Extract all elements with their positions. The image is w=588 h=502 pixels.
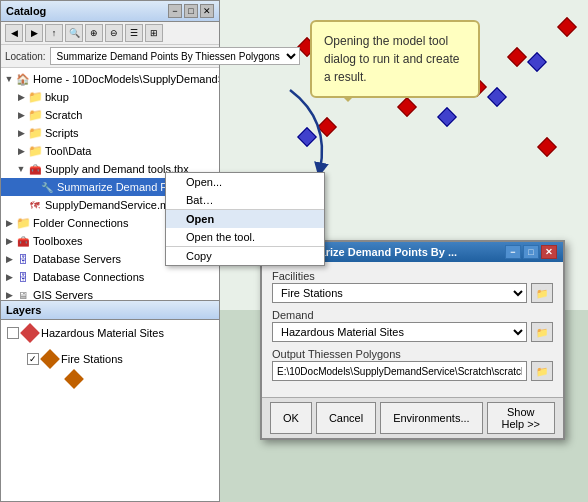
layers-titlebar: Layers — [1, 301, 219, 320]
catalog-titlebar: Catalog − □ ✕ — [1, 1, 219, 22]
cancel-button[interactable]: Cancel — [316, 402, 376, 434]
catalog-window-controls: − □ ✕ — [168, 4, 214, 18]
tree-item-tooldata[interactable]: ▶ 📁 Tool\Data — [1, 142, 219, 160]
tree-label-mxd: SupplyDemandService.mxd — [45, 199, 181, 211]
dialog-maximize-button[interactable]: □ — [523, 245, 539, 259]
map-marker-blue — [437, 107, 457, 127]
demand-dropdown[interactable]: Hazardous Material Sites — [272, 322, 527, 342]
expander-toolboxes[interactable]: ▶ — [3, 235, 15, 247]
layers-body: Hazardous Material Sites Fire Stations — [1, 320, 219, 501]
ctx-open-tool[interactable]: Open the tool. — [166, 228, 324, 246]
dialog-minimize-button[interactable]: − — [505, 245, 521, 259]
tree-label-scratch: Scratch — [45, 109, 82, 121]
expander-db-servers[interactable]: ▶ — [3, 253, 15, 265]
expander-tool — [27, 181, 39, 193]
location-label: Location: — [5, 51, 46, 62]
callout-text: Opening the model tool dialog to run it … — [324, 34, 459, 84]
map-marker-blue — [487, 87, 507, 107]
dialog-footer: OK Cancel Environments... Show Help >> — [262, 397, 563, 438]
tree-label-folder-conn: Folder Connections — [33, 217, 128, 229]
catalog-close-button[interactable]: ✕ — [200, 4, 214, 18]
dialog-close-button[interactable]: ✕ — [541, 245, 557, 259]
ctx-batch[interactable]: Bat… — [166, 191, 324, 209]
catalog-toolbar: ◀ ▶ ↑ 🔍 ⊕ ⊖ ☰ ⊞ — [1, 22, 219, 45]
output-input[interactable] — [272, 361, 527, 381]
layer-item-hazmat[interactable]: Hazardous Material Sites — [7, 324, 213, 342]
tree-item-home[interactable]: ▼ 🏠 Home - 10DocModels\SupplyDemandServi… — [1, 70, 219, 88]
home-icon: 🏠 — [15, 71, 31, 87]
callout-bubble: Opening the model tool dialog to run it … — [310, 20, 480, 98]
stations-icon — [40, 349, 60, 369]
hazmat-checkbox[interactable] — [7, 327, 19, 339]
facilities-row: Fire Stations 📁 — [272, 283, 553, 303]
mxd-icon: 🗺 — [27, 197, 43, 213]
catalog-maximize-button[interactable]: □ — [184, 4, 198, 18]
expander-folder-conn[interactable]: ▶ — [3, 217, 15, 229]
tree-item-bkup[interactable]: ▶ 📁 bkup — [1, 88, 219, 106]
demand-row: Hazardous Material Sites 📁 — [272, 322, 553, 342]
layers-panel: Layers Hazardous Material Sites Fire Sta… — [0, 300, 220, 502]
demand-browse-button[interactable]: 📁 — [531, 322, 553, 342]
dialog-window-controls: − □ ✕ — [505, 245, 557, 259]
expander-toolbox[interactable]: ▼ — [15, 163, 27, 175]
show-help-button[interactable]: Show Help >> — [487, 402, 555, 434]
output-section: Output Thiessen Polygons 📁 — [272, 348, 553, 381]
toolbar-search-button[interactable]: 🔍 — [65, 24, 83, 42]
tree-label-scripts: Scripts — [45, 127, 79, 139]
tree-item-db-conn[interactable]: ▶ 🗄 Database Connections — [1, 268, 219, 286]
layer-item-stations[interactable]: Fire Stations — [7, 350, 213, 368]
ctx-open-bold[interactable]: Open — [166, 210, 324, 228]
summarize-dialog: Summarize Demand Points By ... − □ ✕ Fac… — [260, 240, 565, 440]
expander-scratch[interactable]: ▶ — [15, 109, 27, 121]
demand-label: Demand — [272, 309, 553, 321]
stations-checkbox[interactable] — [27, 353, 39, 365]
catalog-minimize-button[interactable]: − — [168, 4, 182, 18]
tree-label-bkup: bkup — [45, 91, 69, 103]
ctx-copy[interactable]: Copy — [166, 247, 324, 265]
tree-item-scratch[interactable]: ▶ 📁 Scratch — [1, 106, 219, 124]
folder-icon: 📁 — [27, 107, 43, 123]
location-bar: Location: Summarize Demand Points By Thi… — [1, 45, 219, 68]
toolbar-connect-button[interactable]: ⊕ — [85, 24, 103, 42]
tree-label-home: Home - 10DocModels\SupplyDemandService — [33, 73, 219, 85]
expander-bkup[interactable]: ▶ — [15, 91, 27, 103]
toolbar-list-button[interactable]: ☰ — [125, 24, 143, 42]
folder-conn-icon: 📁 — [15, 215, 31, 231]
facilities-browse-button[interactable]: 📁 — [531, 283, 553, 303]
hazmat-label: Hazardous Material Sites — [41, 327, 164, 339]
facilities-section: Facilities Fire Stations 📁 — [272, 270, 553, 303]
tree-item-scripts[interactable]: ▶ 📁 Scripts — [1, 124, 219, 142]
tree-label-db-servers: Database Servers — [33, 253, 121, 265]
station-symbol — [64, 369, 84, 389]
expander-db-conn[interactable]: ▶ — [3, 271, 15, 283]
stations-label: Fire Stations — [61, 353, 123, 365]
toolbar-up-button[interactable]: ↑ — [45, 24, 63, 42]
context-menu: Open... Bat… Open Open the tool. Copy — [165, 172, 325, 266]
layers-title: Layers — [6, 304, 41, 316]
toolbar-forward-button[interactable]: ▶ — [25, 24, 43, 42]
expander-tooldata[interactable]: ▶ — [15, 145, 27, 157]
toolbar-back-button[interactable]: ◀ — [5, 24, 23, 42]
map-marker-red — [537, 137, 557, 157]
location-dropdown[interactable]: Summarize Demand Points By Thiessen Poly… — [50, 47, 300, 65]
environments-button[interactable]: Environments... — [380, 402, 482, 434]
output-row: 📁 — [272, 361, 553, 381]
tree-label-toolboxes: Toolboxes — [33, 235, 83, 247]
facilities-label: Facilities — [272, 270, 553, 282]
output-label: Output Thiessen Polygons — [272, 348, 553, 360]
catalog-title: Catalog — [6, 5, 46, 17]
ctx-open-ellipsis[interactable]: Open... — [166, 173, 324, 191]
ok-button[interactable]: OK — [270, 402, 312, 434]
hazmat-icon — [20, 323, 40, 343]
expander-home[interactable]: ▼ — [3, 73, 15, 85]
expander-scripts[interactable]: ▶ — [15, 127, 27, 139]
toolbar-disconnect-button[interactable]: ⊖ — [105, 24, 123, 42]
facilities-dropdown[interactable]: Fire Stations — [272, 283, 527, 303]
output-browse-button[interactable]: 📁 — [531, 361, 553, 381]
tool-icon: 🔧 — [39, 179, 55, 195]
toolboxes-icon: 🧰 — [15, 233, 31, 249]
folder-icon: 📁 — [27, 125, 43, 141]
db-conn-icon: 🗄 — [15, 269, 31, 285]
toolbar-detail-button[interactable]: ⊞ — [145, 24, 163, 42]
tree-label-tooldata: Tool\Data — [45, 145, 91, 157]
